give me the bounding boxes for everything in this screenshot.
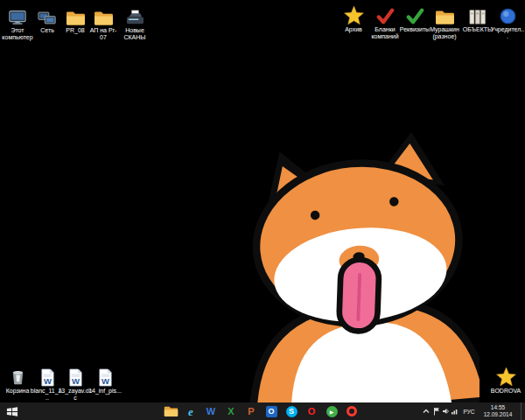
folder-icon xyxy=(94,5,114,26)
word-document-icon xyxy=(67,366,84,387)
icon-label: ОБЪЕКТЫ xyxy=(463,26,494,33)
taskbar-internet-explorer[interactable]: e xyxy=(181,402,200,420)
red-checkmark-icon xyxy=(376,4,395,25)
network-icon xyxy=(38,5,57,26)
desktop-icon-recycle-bin[interactable]: Корзина xyxy=(2,366,33,395)
excel-icon: X xyxy=(228,407,234,416)
word-icon: W xyxy=(206,407,215,416)
icon-label: Мурашкин (разное) xyxy=(429,26,460,40)
action-center-flag[interactable] xyxy=(431,402,441,420)
language-indicator[interactable]: РУС xyxy=(459,402,479,420)
desktop-icon-network[interactable]: Сеть xyxy=(32,5,63,34)
green-checkmark-icon xyxy=(406,4,424,25)
taskbar-red-ring-app[interactable] xyxy=(342,402,361,420)
taskbar-green-app[interactable]: ▶ xyxy=(322,402,341,420)
taskbar-powerpoint[interactable]: P xyxy=(242,402,261,420)
folder-icon xyxy=(164,405,178,417)
blue-app-icon xyxy=(499,4,517,25)
icon-label: Учредител... xyxy=(490,26,525,40)
powerpoint-icon: P xyxy=(248,407,254,416)
windows-logo-icon xyxy=(6,406,18,417)
desktop-icon-pr08[interactable]: PR_08 xyxy=(60,5,91,34)
desktop-icon-blanki-kompanij[interactable]: Бланки компаний xyxy=(369,4,401,40)
word-document-icon xyxy=(97,366,114,387)
start-button[interactable] xyxy=(1,402,24,420)
opera-icon: O xyxy=(308,407,316,416)
desktop: Этот компьютер Сеть PR_08 АП на Pr-07 Но… xyxy=(0,0,525,420)
green-app-icon: ▶ xyxy=(326,406,338,417)
recycle-bin-icon xyxy=(9,366,27,387)
taskbar: e W X P O S O ▶ xyxy=(0,402,525,420)
icon-label: Реквизиты xyxy=(400,26,430,33)
clock-time: 14:55 xyxy=(491,404,505,411)
desktop-icon-doc-14inf[interactable]: 14_inf_pis... xyxy=(89,366,121,395)
icon-label: 14_inf_pis... xyxy=(88,388,122,395)
taskbar-opera[interactable]: O xyxy=(302,402,321,420)
clock-date: 12.09.2014 xyxy=(484,411,513,418)
icon-label: Новые СКАНЫ xyxy=(119,27,150,41)
flag-icon xyxy=(433,407,440,416)
icon-label: PR_08 xyxy=(66,27,84,34)
network-bars-icon xyxy=(451,408,458,415)
desktop-icon-ap-na-pr07[interactable]: АП на Pr-07 xyxy=(88,5,119,41)
skype-icon: S xyxy=(286,406,298,417)
desktop-icon-obekty[interactable]: ОБЪЕКТЫ xyxy=(462,4,494,33)
volume-icon xyxy=(442,408,450,415)
taskbar-outlook[interactable]: O xyxy=(262,402,281,420)
outlook-icon: O xyxy=(266,406,277,417)
document-stack-icon xyxy=(468,4,487,25)
desktop-icon-arhiv[interactable]: Архив xyxy=(338,4,369,33)
taskbar-word[interactable]: W xyxy=(201,402,220,420)
internet-explorer-icon: e xyxy=(188,406,193,417)
desktop-icon-bodrova[interactable]: BODROVA xyxy=(490,366,522,395)
icon-label: Архив xyxy=(345,26,362,33)
show-desktop-button[interactable] xyxy=(521,402,525,420)
desktop-icon-uchreditel[interactable]: Учредител... xyxy=(492,4,523,40)
computer-icon xyxy=(8,5,27,26)
desktop-icon-novye-skany[interactable]: Новые СКАНЫ xyxy=(119,5,150,41)
taskbar-excel[interactable]: X xyxy=(221,402,241,420)
desktop-icon-this-computer[interactable]: Этот компьютер xyxy=(2,5,33,41)
chevron-up-icon xyxy=(423,408,430,415)
red-ring-app-icon xyxy=(346,406,357,416)
word-document-icon xyxy=(39,366,56,387)
icon-label: BODROVA xyxy=(491,388,522,395)
desktop-icon-murashkin[interactable]: Мурашкин (разное) xyxy=(429,4,460,40)
icon-label: Бланки компаний xyxy=(369,26,401,40)
taskbar-skype[interactable]: S xyxy=(282,402,301,420)
taskbar-clock[interactable]: 14:55 12.09.2014 xyxy=(478,402,518,420)
taskbar-file-explorer[interactable] xyxy=(161,402,180,420)
scanner-icon xyxy=(125,5,145,26)
desktop-icon-doc-13zayav[interactable]: 13_zayav.doc xyxy=(60,366,91,402)
fox-wallpaper xyxy=(247,133,480,402)
star-icon xyxy=(496,366,516,387)
folder-icon xyxy=(66,5,86,26)
star-icon xyxy=(344,4,364,25)
network-status[interactable] xyxy=(450,402,459,420)
icon-label: 13_zayav.doc xyxy=(58,388,93,402)
icon-label: АП на Pr-07 xyxy=(88,27,119,41)
icon-label: Этот компьютер xyxy=(2,27,33,41)
hidden-icons-chevron[interactable] xyxy=(421,402,430,420)
desktop-icon-rekvizity[interactable]: Реквизиты xyxy=(399,4,430,33)
folder-icon xyxy=(435,4,455,25)
icon-label: Сеть xyxy=(40,27,54,34)
icon-label: Корзина xyxy=(6,388,30,395)
